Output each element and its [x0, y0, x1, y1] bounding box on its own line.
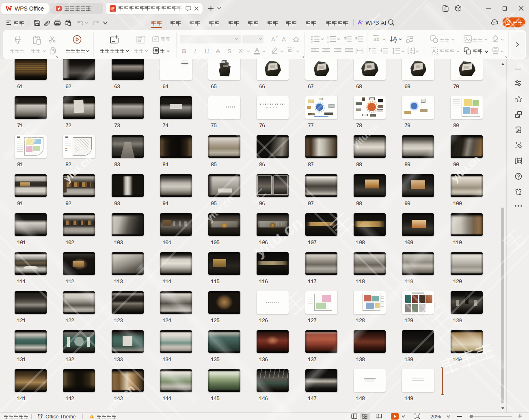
- svg-text:A: A: [393, 35, 397, 42]
- svg-text:3: 3: [327, 41, 329, 43]
- svg-text:A: A: [432, 48, 436, 54]
